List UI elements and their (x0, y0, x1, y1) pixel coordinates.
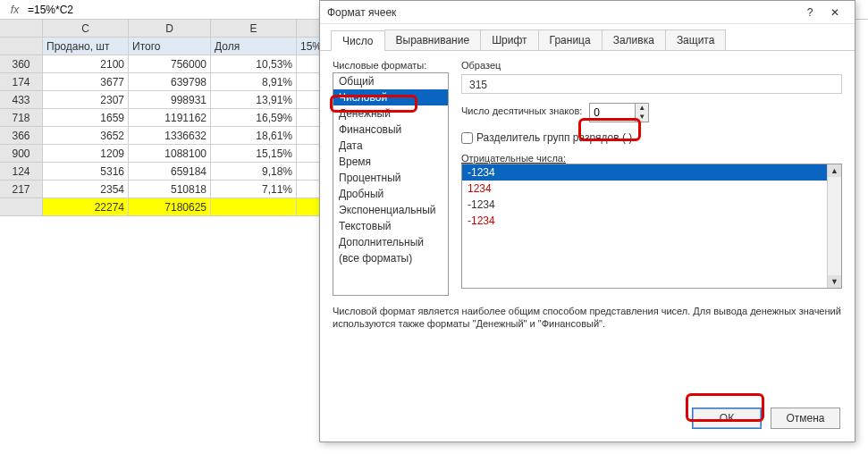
cell[interactable]: 8,91% (211, 73, 297, 91)
cell[interactable]: Доля (211, 38, 297, 55)
cell[interactable]: 2307 (43, 91, 129, 109)
scroll-up-icon[interactable]: ▲ (828, 164, 841, 177)
select-all-corner[interactable] (0, 20, 43, 38)
cell[interactable]: 7,11% (211, 181, 297, 198)
row-head[interactable] (0, 198, 43, 216)
negative-numbers-list[interactable]: -1234 1234 -1234 -1234 ▲ ▼ (461, 164, 842, 289)
decimals-spinner[interactable]: ▲ ▼ (589, 103, 649, 122)
cell[interactable]: 22274 (43, 198, 129, 216)
cancel-button[interactable]: Отмена (771, 408, 840, 429)
tab-alignment[interactable]: Выравнивание (384, 29, 482, 50)
cell[interactable]: 10,53% (211, 55, 297, 73)
spin-down-icon[interactable]: ▼ (636, 113, 648, 122)
scrollbar[interactable]: ▲ ▼ (827, 164, 841, 288)
cell[interactable]: 15,15% (211, 145, 297, 163)
cat-general[interactable]: Общий (333, 73, 448, 89)
col-c-header[interactable]: C (43, 20, 129, 38)
tab-fill[interactable]: Заливка (602, 29, 666, 50)
cell[interactable]: 1209 (43, 145, 129, 163)
cat-percent[interactable]: Процентный (333, 170, 448, 186)
cell[interactable]: 1088100 (129, 145, 211, 163)
cell[interactable]: 18,61% (211, 127, 297, 145)
help-button[interactable]: ? (797, 4, 822, 21)
row-head[interactable]: 217 (0, 181, 43, 198)
tab-protection[interactable]: Защита (665, 29, 727, 50)
close-button[interactable]: ✕ (822, 4, 847, 21)
cell[interactable]: 998931 (129, 91, 211, 109)
cat-date[interactable]: Дата (333, 138, 448, 154)
neg-item[interactable]: -1234 (462, 213, 841, 229)
cat-time[interactable]: Время (333, 154, 448, 170)
row-head[interactable]: 174 (0, 73, 43, 91)
cat-accounting[interactable]: Финансовый (333, 122, 448, 138)
scroll-down-icon[interactable]: ▼ (828, 275, 841, 288)
neg-item[interactable]: -1234 (462, 197, 841, 213)
cell[interactable]: 9,18% (211, 163, 297, 181)
row-head[interactable]: 900 (0, 145, 43, 163)
cell[interactable]: 659184 (129, 163, 211, 181)
negative-numbers-label: Отрицательные числа: (461, 153, 842, 164)
cell[interactable]: Итого (129, 38, 211, 55)
cell[interactable]: 639798 (129, 73, 211, 91)
tab-number[interactable]: Число (331, 30, 385, 51)
cell[interactable]: 1336632 (129, 127, 211, 145)
format-cells-dialog: Формат ячеек ? ✕ Число Выравнивание Шриф… (319, 0, 855, 442)
thousands-separator-label: Разделитель групп разрядов ( ) (476, 131, 632, 144)
cell[interactable]: 756000 (129, 55, 211, 73)
category-list[interactable]: Общий Числовой Денежный Финансовый Дата … (333, 72, 449, 296)
sample-value: 315 (461, 74, 842, 94)
cat-custom[interactable]: (все форматы) (333, 250, 448, 266)
col-d-header[interactable]: D (129, 20, 211, 38)
cell[interactable]: 13,91% (211, 91, 297, 109)
category-label: Числовые форматы: (333, 60, 449, 71)
cat-currency[interactable]: Денежный (333, 105, 448, 122)
cell[interactable]: 3677 (43, 73, 129, 91)
spin-up-icon[interactable]: ▲ (636, 104, 648, 113)
row-head[interactable]: 366 (0, 127, 43, 145)
row-head[interactable]: 718 (0, 109, 43, 127)
cat-special[interactable]: Дополнительный (333, 234, 448, 250)
tab-font[interactable]: Шрифт (480, 29, 538, 50)
row-head[interactable]: 360 (0, 55, 43, 73)
cat-number[interactable]: Числовой (333, 89, 448, 105)
cat-scientific[interactable]: Экспоненциальный (333, 202, 448, 218)
tab-border[interactable]: Граница (538, 29, 603, 50)
ok-button[interactable]: ОК (692, 408, 762, 429)
cell[interactable]: 7180625 (129, 198, 211, 216)
cell[interactable]: 510818 (129, 181, 211, 198)
cell[interactable]: 16,59% (211, 109, 297, 127)
decimals-label: Число десятичных знаков: (461, 105, 582, 116)
cell[interactable]: 1659 (43, 109, 129, 127)
cell[interactable]: Продано, шт (43, 38, 129, 55)
cell[interactable] (211, 198, 297, 216)
cell[interactable]: 5316 (43, 163, 129, 181)
dialog-title: Формат ячеек (327, 6, 797, 19)
neg-item[interactable]: -1234 (462, 164, 841, 181)
cat-text[interactable]: Текстовый (333, 218, 448, 234)
dialog-tabstrip: Число Выравнивание Шрифт Граница Заливка… (320, 24, 855, 51)
decimals-input[interactable] (590, 105, 635, 121)
cell[interactable]: 1191162 (129, 109, 211, 127)
cell[interactable]: 3652 (43, 127, 129, 145)
neg-item[interactable]: 1234 (462, 181, 841, 197)
row-head[interactable]: 124 (0, 163, 43, 181)
format-description: Числовой формат является наиболее общим … (320, 305, 855, 331)
sample-label: Образец (461, 60, 842, 71)
cell[interactable]: 2100 (43, 55, 129, 73)
dialog-titlebar[interactable]: Формат ячеек ? ✕ (320, 1, 855, 24)
cell[interactable]: 2354 (43, 181, 129, 198)
thousands-separator-checkbox[interactable] (461, 132, 473, 144)
col-e-header[interactable]: E (211, 20, 297, 38)
fx-icon[interactable]: fx (0, 4, 22, 16)
cat-fraction[interactable]: Дробный (333, 186, 448, 202)
row-head[interactable] (0, 38, 43, 55)
row-head[interactable]: 433 (0, 91, 43, 109)
